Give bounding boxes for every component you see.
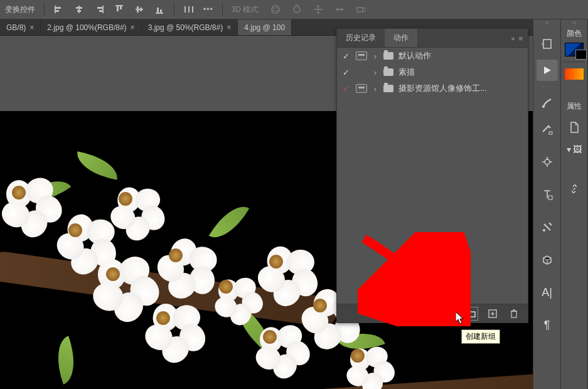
panel-icon-tool-presets[interactable] [537,216,558,238]
panel-icon-3d[interactable] [537,249,558,270]
panel-icon-brush-settings[interactable] [537,119,558,140]
panel-icon-link[interactable] [564,178,585,200]
svg-rect-34 [543,40,551,48]
panel-tab-properties[interactable]: 属性 [567,97,582,114]
slide-3d-icon[interactable] [333,3,346,16]
drag-grip-icon[interactable]: :::::: [533,83,560,90]
separator [44,3,45,16]
expand-icon[interactable]: › [372,51,378,61]
svg-rect-1 [56,7,61,9]
close-icon[interactable]: × [227,23,231,32]
play-icon[interactable] [445,309,455,319]
panel-icon-paragraph[interactable]: ¶ [537,314,558,336]
document-tab[interactable]: 3.jpg @ 50%(RGB/8#)× [142,19,238,35]
check-icon[interactable]: ✓ [341,84,351,93]
align-top-icon[interactable] [114,4,125,15]
action-label: 素描 [398,67,415,78]
action-row[interactable]: ✓ › 摄影资源馆人像修饰工... [337,80,528,97]
trash-icon[interactable] [509,309,519,319]
flyout-icon[interactable]: » [511,35,515,42]
right-dock-b: ‹‹ 颜色 属性 ▾ 🖼 [560,19,588,389]
drag-grip-icon[interactable]: :::::: [533,142,560,149]
options-bar: 变换控件 ••• 3D 模式: [0,0,588,19]
align-right-icon[interactable] [94,4,105,15]
orbit-3d-icon[interactable] [269,3,282,16]
svg-rect-15 [156,13,163,14]
align-middle-v-icon[interactable] [134,4,145,15]
drag-grip-icon[interactable]: :::::: [533,208,560,214]
tab-history[interactable]: 历史记录 [337,29,385,47]
check-icon[interactable]: ✓ [341,68,351,77]
action-row[interactable]: ✓ › 默认动作 [337,48,528,64]
stop-icon[interactable] [402,309,412,319]
panel-icon-brush[interactable] [537,92,558,114]
color-ramp[interactable] [565,68,584,80]
svg-rect-17 [160,9,162,13]
right-dock-a: ‹‹ :::::: :::::: :::::: :::::: :::::: ::… [533,19,560,389]
svg-rect-0 [55,6,56,13]
svg-point-40 [543,229,545,232]
svg-marker-35 [544,67,551,74]
svg-rect-24 [357,8,363,12]
panel-icon-character[interactable] [537,184,558,205]
drag-grip-icon[interactable]: :::::: [533,273,560,279]
align-center-h-icon[interactable] [73,4,85,15]
panel-icon-clone-source[interactable] [537,151,558,173]
modal-toggle-icon[interactable] [356,51,367,60]
modal-toggle-icon[interactable] [356,84,367,93]
svg-rect-19 [188,6,190,13]
panel-menu-icon[interactable]: ≡ [519,35,523,42]
rotate-3d-icon[interactable] [291,3,303,16]
drag-grip-icon[interactable]: :::::: [533,175,560,181]
tab-label: 2.jpg @ 100%(RGB/8#) [47,23,126,32]
camera-3d-icon[interactable] [355,3,367,16]
svg-rect-28 [468,312,475,317]
close-icon[interactable]: × [29,23,34,32]
svg-rect-5 [77,10,81,12]
document-tab[interactable]: GB/8)× [0,19,41,35]
drag-grip-icon[interactable]: :::::: [533,24,560,31]
panel-tab-color[interactable]: 颜色 [567,24,582,41]
actions-list[interactable]: ✓ › 默认动作 ✓ › 素描 ✓ › 摄影资源馆人像修饰工... [337,48,528,304]
expand-icon[interactable]: › [372,68,378,77]
svg-point-36 [542,105,545,108]
panel-icon-actions[interactable] [537,60,558,81]
svg-rect-2 [56,10,59,12]
document-tab[interactable]: 2.jpg @ 100%(RGB/8#)× [41,19,141,35]
svg-point-22 [272,8,279,11]
expand-icon[interactable]: ▾ 🖼 [564,143,585,156]
distribute-h-icon[interactable] [183,4,195,15]
collapse-grip-icon[interactable]: ‹‹ [533,19,560,24]
align-left-icon[interactable] [53,4,65,15]
record-icon[interactable] [424,309,434,319]
tab-actions[interactable]: 动作 [385,29,417,47]
mode-label: 3D 模式: [232,4,260,15]
overflow-icon[interactable]: ••• [203,5,213,14]
pan-3d-icon[interactable] [312,3,324,16]
check-icon[interactable]: ✓ [341,51,351,61]
close-icon[interactable]: × [131,23,135,32]
expand-icon[interactable]: › [372,84,378,93]
separator [174,3,174,16]
svg-point-26 [425,311,432,317]
new-action-icon[interactable] [488,309,498,319]
svg-rect-13 [137,6,139,13]
document-tab[interactable]: 4.jpg @ 100 [238,19,292,35]
panel-icon-glyphs[interactable]: A| [537,282,558,303]
new-group-icon[interactable] [466,309,476,319]
foreground-background-swatch[interactable] [565,43,584,56]
action-label: 默认动作 [398,50,431,61]
panel-icon-document[interactable] [564,117,585,138]
svg-rect-12 [136,9,143,10]
folder-icon [383,52,393,60]
folder-icon [383,68,393,76]
drag-grip-icon[interactable]: :::::: [533,306,560,312]
panel-tab-strip: 历史记录 动作 » ≡ [337,29,528,48]
collapse-grip-icon[interactable]: ‹‹ [561,19,587,24]
svg-rect-11 [120,6,122,9]
svg-rect-16 [157,8,159,13]
panel-icon-history[interactable] [537,33,558,55]
align-bottom-icon[interactable] [154,4,165,15]
drag-grip-icon[interactable]: :::::: [533,240,560,247]
action-row[interactable]: ✓ › 素描 [337,64,528,80]
